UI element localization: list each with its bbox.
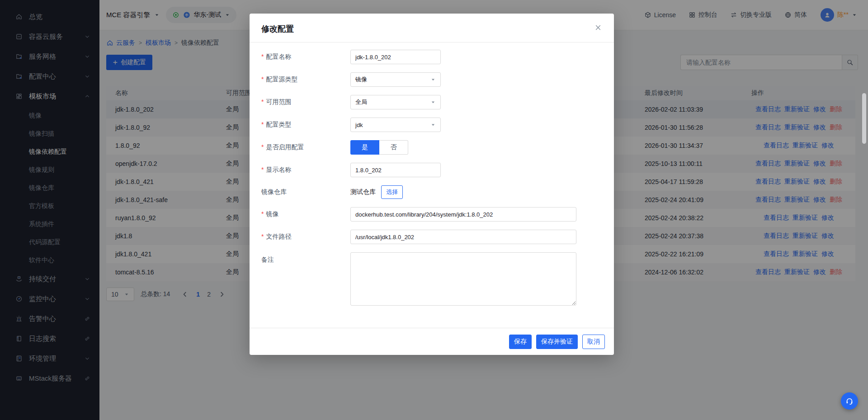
form-row-remark: 备注 bbox=[261, 252, 601, 306]
file-path-input[interactable] bbox=[350, 230, 576, 244]
cancel-button[interactable]: 取消 bbox=[582, 335, 605, 349]
caret-down-icon bbox=[430, 77, 436, 82]
caret-down-icon bbox=[430, 99, 436, 105]
image-label: 镜像 bbox=[261, 210, 350, 218]
modal-footer: 保存 保存并验证 取消 bbox=[250, 328, 614, 355]
form-row-display-name: 显示名称 bbox=[261, 163, 601, 177]
save-and-verify-button[interactable]: 保存并验证 bbox=[536, 335, 578, 349]
display-name-label: 显示名称 bbox=[261, 166, 350, 174]
config-type-label: 配置类型 bbox=[261, 121, 350, 129]
image-repo-value: 测试仓库 bbox=[350, 188, 376, 196]
form-row-source-type: 配置源类型 镜像 bbox=[261, 72, 601, 87]
close-icon[interactable] bbox=[593, 23, 603, 33]
enabled-toggle: 是 否 bbox=[350, 140, 408, 155]
enabled-yes-button[interactable]: 是 bbox=[350, 140, 379, 155]
remark-textarea[interactable] bbox=[350, 252, 576, 306]
edit-config-modal: 修改配置 配置名称 配置源类型 镜像 可用范围 全局 配置类型 jdk bbox=[250, 14, 614, 355]
caret-down-icon bbox=[430, 122, 436, 127]
scope-label: 可用范围 bbox=[261, 98, 350, 106]
choose-repo-button[interactable]: 选择 bbox=[381, 185, 403, 199]
remark-label: 备注 bbox=[261, 252, 350, 264]
form-row-image: 镜像 bbox=[261, 207, 601, 222]
display-name-input[interactable] bbox=[350, 163, 441, 177]
form-row-image-repo: 镜像仓库 测试仓库 选择 bbox=[261, 185, 601, 199]
save-button[interactable]: 保存 bbox=[509, 335, 532, 349]
support-chat-button[interactable] bbox=[841, 392, 858, 410]
headset-icon bbox=[845, 396, 854, 406]
config-name-label: 配置名称 bbox=[261, 53, 350, 61]
modal-title: 修改配置 bbox=[261, 24, 294, 33]
form-row-enabled: 是否启用配置 是 否 bbox=[261, 140, 601, 155]
form-row-config-type: 配置类型 jdk bbox=[261, 118, 601, 132]
file-path-label: 文件路径 bbox=[261, 233, 350, 241]
source-type-select[interactable]: 镜像 bbox=[350, 72, 441, 87]
modal-body: 配置名称 配置源类型 镜像 可用范围 全局 配置类型 jdk 是 bbox=[250, 42, 614, 306]
scope-select[interactable]: 全局 bbox=[350, 95, 441, 109]
image-repo-label: 镜像仓库 bbox=[261, 188, 350, 196]
enabled-no-button[interactable]: 否 bbox=[379, 140, 408, 155]
modal-header: 修改配置 bbox=[250, 14, 614, 42]
config-name-input[interactable] bbox=[350, 50, 441, 64]
source-type-value: 镜像 bbox=[355, 76, 367, 84]
scope-value: 全局 bbox=[355, 98, 367, 106]
form-row-scope: 可用范围 全局 bbox=[261, 95, 601, 109]
config-type-select[interactable]: jdk bbox=[350, 118, 441, 132]
scrollbar-thumb[interactable] bbox=[862, 93, 866, 144]
form-row-config-name: 配置名称 bbox=[261, 50, 601, 64]
image-input[interactable] bbox=[350, 207, 576, 222]
source-type-label: 配置源类型 bbox=[261, 76, 350, 84]
enabled-label: 是否启用配置 bbox=[261, 143, 350, 151]
form-row-file-path: 文件路径 bbox=[261, 230, 601, 244]
config-type-value: jdk bbox=[355, 122, 363, 128]
image-repo-row: 测试仓库 选择 bbox=[350, 185, 403, 199]
